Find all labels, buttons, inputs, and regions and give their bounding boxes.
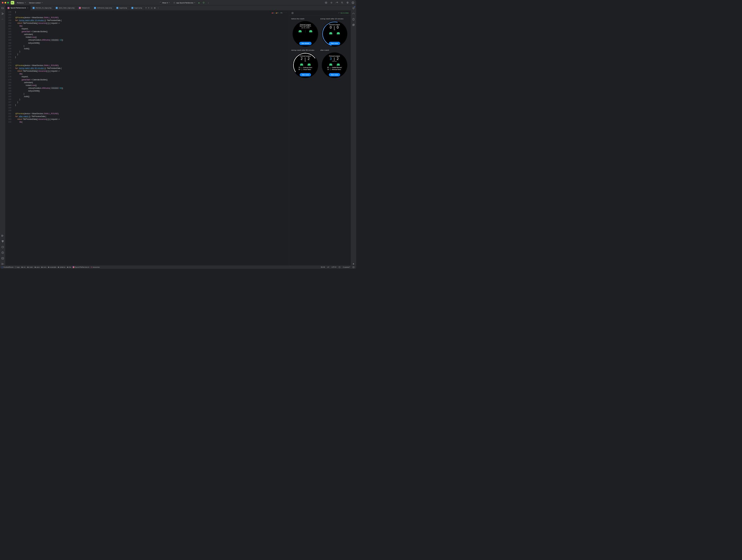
notifications-icon[interactable] [352, 7, 355, 9]
inspection-widget[interactable]: 1 4 ✓5 ˄ ˅ [271, 11, 287, 14]
svg-point-0 [203, 2, 204, 3]
tab-label: logo2.png [119, 7, 127, 9]
warning-icon [275, 12, 277, 13]
svg-point-44 [337, 65, 338, 65]
tab-logo2[interactable]: logo2.png [114, 5, 129, 10]
close-tab-icon[interactable]: ✕ [27, 7, 28, 9]
maximize-window[interactable] [7, 2, 9, 3]
svg-point-1 [331, 2, 332, 3]
emulator-icon[interactable] [352, 23, 355, 26]
watch-face: Fictional LeagueBack road StadiumJun 21,… [293, 21, 318, 47]
preview-title: during match after 80 minutes [291, 49, 319, 51]
line-ending[interactable]: LF [327, 266, 329, 268]
tab-label: SportsTileService.kt [10, 7, 26, 9]
tab-themes-logo[interactable]: themes_fc_logo.png [31, 5, 54, 10]
prev-highlight-icon[interactable]: ˄ [284, 12, 284, 14]
more-icon[interactable]: ⋮ [207, 1, 210, 4]
preview-title: during match after 10 minutes [320, 18, 349, 19]
code-editor[interactable]: 1 4 ✓5 ˄ ˅ 15515615715815916016116216316… [5, 10, 289, 265]
tab-westham[interactable]: west_ham_logo.png [54, 5, 77, 10]
file-encoding[interactable]: UTF-8 [331, 266, 336, 268]
structure-icon[interactable] [1, 12, 4, 15]
chevron-down-icon[interactable]: ▾ [146, 7, 147, 9]
window-controls [2, 2, 9, 3]
project-badge: PL [11, 1, 14, 4]
watch-button[interactable]: See details [299, 42, 312, 45]
project-selector[interactable]: PLDemo [16, 1, 26, 4]
preview-title: before the match [291, 18, 319, 19]
breadcrumbs[interactable]: FootballScore›app›🖿src›🖿main›🖿java›🖿com›… [2, 266, 100, 268]
svg-point-13 [2, 264, 2, 265]
caret-position[interactable]: 56:43 [321, 266, 325, 268]
tab-logo1[interactable]: logo1.png [129, 5, 145, 10]
image-file-icon [116, 7, 118, 9]
project-view-icon[interactable] [1, 7, 4, 9]
debug-icon[interactable] [203, 1, 205, 4]
left-toolbar: ⋯ [0, 5, 5, 265]
device-icon: 📱 [159, 1, 162, 4]
tab-more-icon[interactable]: ⋮ [157, 7, 159, 9]
tab-helpers[interactable]: Helpers.kt [77, 5, 92, 10]
config-icon: ⬡ [173, 1, 176, 4]
close-window[interactable] [2, 2, 4, 3]
svg-rect-48 [353, 18, 354, 20]
minimize-window[interactable] [4, 2, 6, 3]
svg-point-20 [310, 31, 310, 32]
ok-count: 5 [281, 12, 282, 14]
vcs-menu[interactable]: Version control [28, 1, 43, 4]
image-file-icon [131, 7, 133, 9]
svg-point-21 [311, 31, 311, 32]
preview-status-label: Up-to-date [340, 12, 349, 14]
ai-sparkle-icon[interactable] [352, 263, 355, 265]
tab-preview-icon[interactable]: ▧ [154, 7, 156, 9]
tab-label: logo1.png [135, 7, 142, 9]
line-gutter: 1551561571581591601611621631641651661671… [5, 10, 13, 265]
svg-point-7 [2, 13, 2, 13]
watch-face: Fictional League3 | 2Full-time85'Garfiel… [322, 52, 347, 78]
more-tools-icon[interactable]: ⋯ [2, 18, 3, 20]
watch-button[interactable]: See more [329, 73, 340, 77]
debug-tool-icon[interactable] [330, 1, 333, 4]
readonly-icon[interactable] [338, 266, 340, 268]
device-selector[interactable]: 📱Wear 4 [158, 1, 170, 4]
run-config-selector[interactable]: ⬡app.SportsTileService [172, 1, 196, 4]
editor-tabs: SportsTileService.kt✕ themes_fc_logo.png… [5, 5, 351, 10]
settings-icon[interactable] [346, 1, 349, 4]
status-bar: FootballScore›app›🖿src›🖿main›🖿java›🖿com›… [0, 265, 356, 269]
tab-sportstile[interactable]: SportsTileService.kt✕ [5, 5, 31, 10]
search-icon[interactable] [341, 1, 343, 4]
build-icon[interactable] [325, 1, 328, 4]
image-file-icon [94, 7, 96, 9]
gem-icon[interactable] [1, 240, 4, 243]
tab-list-icon[interactable]: ≡ [148, 7, 149, 9]
cat-icon[interactable] [1, 246, 4, 248]
device-manager-icon[interactable] [352, 18, 355, 21]
code-area[interactable]: } @Preview(device = WearDevices.SMALL_RO… [13, 10, 289, 265]
indent-setting[interactable]: 2 spaces* [343, 266, 350, 268]
watch-face: Fictional League2 | 280'70'Ambrose Norm5… [293, 52, 318, 78]
preview-config-icon[interactable] [291, 12, 294, 14]
svg-rect-51 [339, 266, 340, 268]
svg-point-6 [353, 2, 353, 3]
svg-point-12 [2, 263, 2, 264]
profiler-icon[interactable] [352, 12, 355, 15]
tab-label: Helpers.kt [82, 7, 90, 9]
run-icon[interactable]: ▶ [198, 1, 201, 4]
tab-overflow[interactable]: ▾≡◫▧⋮ [144, 5, 160, 10]
account-icon[interactable] [352, 1, 355, 4]
problems-icon[interactable] [1, 251, 4, 254]
info-icon[interactable] [353, 266, 355, 268]
tab-richmond[interactable]: richmond_logo.png [92, 5, 114, 10]
check-icon: ✓ [338, 12, 340, 14]
inspect-icon[interactable] [335, 1, 338, 4]
svg-rect-15 [292, 12, 293, 14]
build-tool-icon[interactable] [1, 234, 4, 237]
terminal-icon[interactable] [1, 257, 4, 260]
right-toolbar [351, 5, 356, 265]
svg-rect-11 [2, 257, 4, 259]
git-icon[interactable] [1, 263, 4, 265]
watch-face: Fictional League0 | 010'See more [322, 21, 347, 47]
next-highlight-icon[interactable]: ˅ [285, 12, 286, 14]
svg-point-8 [2, 14, 2, 15]
tab-split-icon[interactable]: ◫ [151, 7, 153, 9]
